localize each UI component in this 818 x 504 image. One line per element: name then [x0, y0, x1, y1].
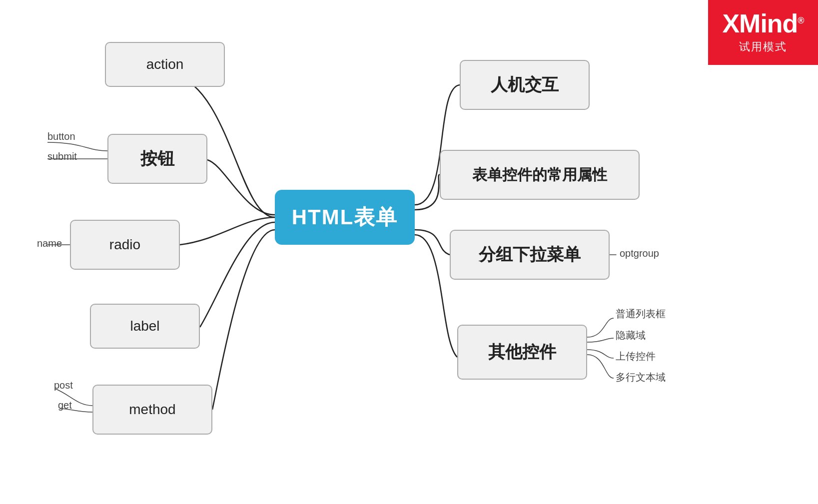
- node-radio: radio: [70, 220, 180, 270]
- node-action: action: [105, 42, 225, 87]
- label-button: button: [47, 131, 75, 142]
- label-shangchuan: 上传控件: [616, 350, 656, 363]
- node-selectgroup-text: 分组下拉菜单: [479, 243, 581, 266]
- label-putonglbkuang: 普通列表框: [616, 307, 666, 321]
- xmind-sub: 试用模式: [739, 39, 787, 54]
- xmind-title: XMind®: [722, 10, 804, 36]
- label-duohang: 多行文本域: [616, 371, 666, 384]
- node-others: 其他控件: [457, 325, 587, 380]
- central-node: HTML表单: [275, 190, 415, 245]
- central-node-text: HTML表单: [292, 203, 398, 231]
- node-radio-text: radio: [109, 237, 140, 253]
- node-method-text: method: [129, 402, 175, 418]
- node-humanmachine-text: 人机交互: [491, 73, 559, 96]
- label-optgroup: optgroup: [620, 248, 659, 259]
- node-method: method: [92, 385, 212, 435]
- node-humanmachine: 人机交互: [460, 60, 590, 110]
- label-submit: submit: [47, 151, 77, 162]
- node-formattrs: 表单控件的常用属性: [440, 150, 640, 200]
- node-formattrs-text: 表单控件的常用属性: [472, 165, 607, 185]
- label-get: get: [58, 400, 72, 411]
- label-post: post: [54, 380, 73, 391]
- node-others-text: 其他控件: [488, 341, 556, 364]
- node-selectgroup: 分组下拉菜单: [450, 230, 610, 280]
- xmind-badge: XMind® 试用模式: [708, 0, 818, 65]
- node-button-text: 按钮: [140, 147, 174, 170]
- node-label: label: [90, 304, 200, 349]
- label-name: name: [37, 238, 62, 249]
- node-label-text: label: [130, 318, 159, 334]
- node-button: 按钮: [107, 134, 207, 184]
- node-action-text: action: [146, 56, 184, 72]
- label-yincang: 隐藏域: [616, 329, 646, 342]
